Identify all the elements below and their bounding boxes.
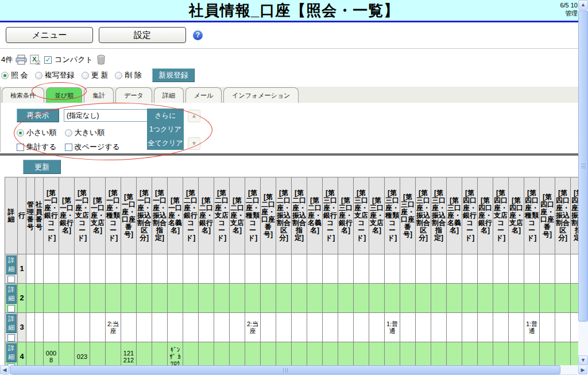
data-cell [493, 313, 509, 342]
column-header: [第一口座・振込割合区分] [137, 177, 152, 254]
mode-radio-copy-register[interactable] [35, 72, 42, 79]
data-cell [168, 313, 183, 342]
page-vertical-scrollbar[interactable]: ▲ ▼ [578, 0, 588, 366]
row-detail-button[interactable]: 詳細 [6, 284, 17, 304]
tab-mail[interactable]: メール [185, 87, 222, 103]
aggregate-checkbox[interactable] [17, 144, 24, 151]
column-header: 行 [18, 177, 26, 254]
data-cell [447, 284, 462, 313]
data-cell [199, 254, 214, 284]
data-cell [369, 313, 385, 342]
mode-label-inquiry: 照 会 [11, 70, 28, 80]
mode-radio-inquiry[interactable] [1, 72, 9, 79]
column-header: [第一口座・振込割合指定] [152, 177, 168, 254]
data-cell [35, 254, 44, 284]
header-datetime: 6/5 10 [560, 1, 578, 9]
update-button[interactable]: 更新 [23, 160, 61, 174]
clear-all-button[interactable]: 全てクリア [147, 136, 184, 150]
mode-label-delete: 削 除 [125, 70, 142, 80]
column-header: [第三口座・振込割合指定] [431, 177, 447, 254]
compact-label: コンパクト [55, 55, 93, 65]
record-count: 4件 [1, 55, 13, 65]
clear-one-button[interactable]: 1つクリア [147, 122, 184, 136]
row-number-cell: 3 [18, 313, 26, 342]
data-cell [245, 284, 261, 313]
data-cell: 2:当座 [245, 313, 261, 342]
scroll-right-icon[interactable]: ▶ [578, 365, 587, 374]
data-cell [245, 254, 261, 284]
tab-data[interactable]: データ [115, 87, 152, 103]
column-header: [第二口座・名義名] [307, 177, 323, 254]
data-cell [307, 313, 323, 342]
data-cell [183, 254, 199, 284]
print-icon[interactable] [16, 55, 27, 65]
tab-sort-order[interactable]: 並び順 [46, 87, 82, 103]
data-cell: 1:普通 [524, 313, 540, 342]
scroll-left-icon[interactable]: ◀ [0, 365, 9, 374]
data-cell [183, 313, 199, 342]
help-icon[interactable]: ? [193, 30, 203, 40]
data-cell [338, 313, 354, 342]
result-table: 詳細行管理番号社員番号[第一口座・銀行コード][第一口座・銀行名][第一口座・支… [5, 177, 578, 372]
mode-label-copy-register: 複写登録 [45, 70, 75, 80]
row-number-cell: 2 [18, 284, 26, 313]
mode-radio-delete[interactable] [115, 72, 122, 79]
data-cell [431, 284, 447, 313]
sort-scroll-down-button[interactable]: ▼ [188, 137, 200, 150]
column-header: [第二口座・口座番号] [261, 177, 276, 254]
order-radio-ascending[interactable] [17, 129, 24, 137]
data-cell [199, 313, 214, 342]
column-header: [第四口座・支店コード] [493, 177, 509, 254]
sort-key-value: (指定なし) [67, 111, 99, 121]
data-cell [214, 284, 230, 313]
data-cell [276, 254, 292, 284]
sort-extra-buttons: さらに 1つクリア 全てクリア [147, 109, 184, 150]
row-detail-button[interactable]: 詳細 [6, 255, 17, 275]
data-cell [571, 313, 579, 342]
column-header: [第三口座・名義名] [447, 177, 462, 254]
data-cell [385, 284, 400, 313]
data-cell [478, 313, 493, 342]
data-cell [230, 313, 245, 342]
data-cell [44, 254, 59, 284]
data-cell [106, 254, 121, 284]
page-horizontal-scrollbar[interactable]: ◀ ▶ [0, 365, 587, 374]
settings-button[interactable]: 設定 [99, 27, 186, 43]
sort-scroll-up-button[interactable]: ▲ [188, 110, 200, 122]
tab-information[interactable]: インフォメーション [223, 87, 299, 103]
row-select-checkbox[interactable] [7, 276, 15, 283]
column-header: [第一口座・支店コード] [75, 177, 90, 254]
row-select-checkbox[interactable] [7, 305, 15, 312]
scrollbar-thumb[interactable] [10, 365, 560, 374]
new-register-button[interactable]: 新規登録 [152, 68, 195, 82]
compact-checkbox[interactable] [44, 56, 52, 64]
column-header: [第二口座・支店コード] [214, 177, 230, 254]
mode-label-update: 更 新 [91, 70, 109, 80]
column-header: [第一口座・種類コード] [106, 177, 121, 254]
row-select-checkbox[interactable] [7, 334, 15, 342]
data-cell [540, 313, 555, 342]
mode-radio-update[interactable] [82, 72, 89, 79]
scroll-down-icon[interactable]: ▼ [578, 355, 588, 365]
column-header: 社員番号 [35, 177, 44, 254]
excel-export-icon[interactable]: Xa [30, 55, 41, 65]
scroll-up-icon[interactable]: ▲ [578, 0, 588, 10]
tab-aggregate[interactable]: 集計 [84, 87, 114, 103]
trash-icon[interactable] [96, 55, 107, 65]
data-cell [462, 254, 478, 284]
order-radio-descending[interactable] [65, 129, 72, 137]
column-header: [第一口座・口座番号] [121, 177, 137, 254]
scrollbar-thumb[interactable] [578, 10, 588, 322]
data-cell [431, 313, 447, 342]
sort-order-options: 小さい順 大きい順 [17, 127, 578, 138]
data-cell [478, 254, 493, 284]
redisplay-button[interactable]: 再表示 [17, 109, 59, 122]
data-cell [400, 313, 416, 342]
row-detail-button[interactable]: 詳細 [6, 314, 17, 333]
more-button[interactable]: さらに [147, 109, 184, 122]
tab-search-conditions[interactable]: 検索条件 [2, 87, 44, 103]
menu-button[interactable]: メニュー [6, 27, 93, 43]
row-detail-button[interactable]: 詳細 [6, 343, 17, 362]
page-break-checkbox[interactable] [65, 144, 72, 151]
tab-detail[interactable]: 詳細 [154, 87, 184, 103]
